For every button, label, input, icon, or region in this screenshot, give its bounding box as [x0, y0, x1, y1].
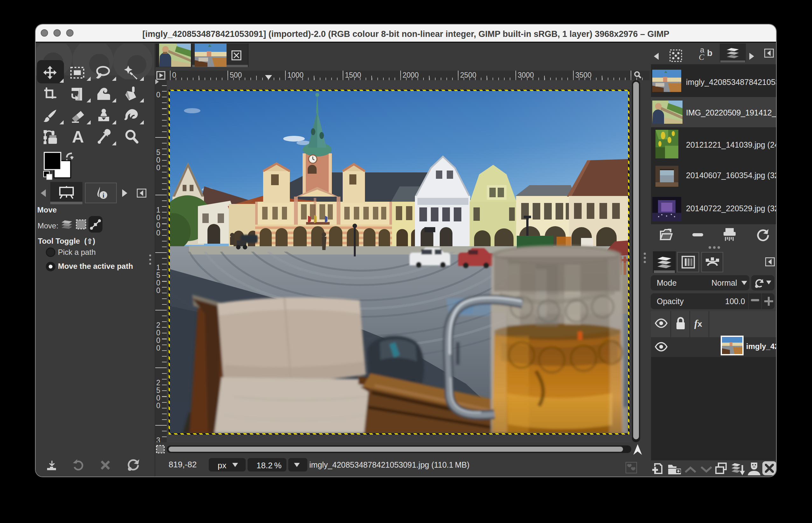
svg-text:i: i — [103, 191, 104, 199]
svg-text:A: A — [72, 130, 84, 144]
